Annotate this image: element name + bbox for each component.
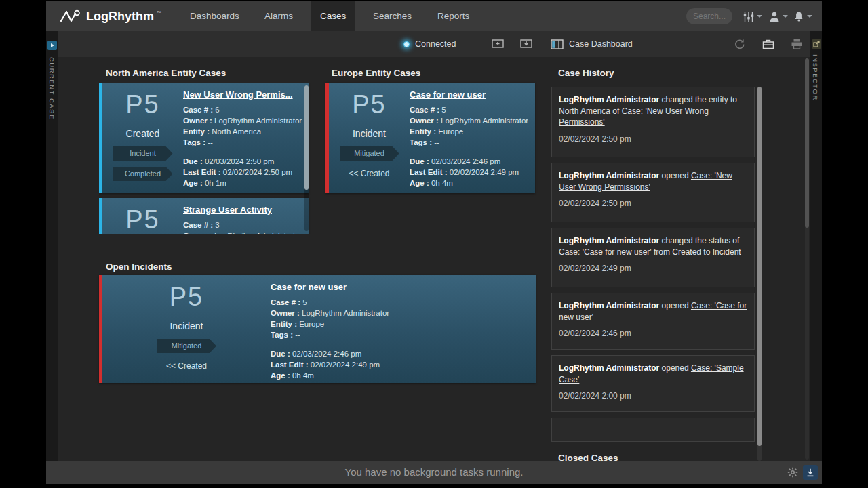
logo-text: LogRhythm <box>86 9 154 24</box>
expand-arrow-icon <box>51 43 54 47</box>
case-tags-field: Tags : -- <box>183 137 302 148</box>
case-last-edit-field: Last Edit : 02/02/2024 2:49 pm <box>410 167 528 178</box>
print-button[interactable] <box>789 37 804 52</box>
case-card-new-user-wrong-permissions[interactable]: P5 Created Incident Completed New User W… <box>99 83 309 193</box>
case-due-field: Due : 02/03/2024 2:46 pm <box>410 156 528 167</box>
gear-icon <box>787 467 798 478</box>
field-value: 0h 1m <box>205 179 226 187</box>
case-number-field: Case # : 5 <box>410 104 528 115</box>
history-action-text: opened <box>659 171 691 180</box>
history-actor: LogRhythm Administrator <box>559 363 659 373</box>
north-america-scrollbar[interactable] <box>304 85 309 231</box>
history-entry-partial[interactable] <box>551 418 755 442</box>
case-card-strange-user-activity[interactable]: P5 Strange User Activity Case # : 3 Owne… <box>99 198 309 234</box>
history-actor: LogRhythm Administrator <box>559 301 659 310</box>
status-change-mitigated-button[interactable]: Mitigated <box>340 146 399 161</box>
chevron-down-icon <box>807 15 812 18</box>
nav-cases[interactable]: Cases <box>311 1 355 31</box>
current-case-tab[interactable]: CURRENT CASE <box>48 57 56 120</box>
field-label: Case # : <box>271 298 300 306</box>
section-header-closed-cases: Closed Cases <box>558 453 618 461</box>
notifications-menu[interactable] <box>793 9 812 23</box>
case-priority: P5 <box>329 89 410 119</box>
filter-sliders-menu[interactable] <box>743 9 762 23</box>
field-label: Due : <box>410 157 429 165</box>
popout-icon <box>813 41 820 47</box>
field-value: 6 <box>215 106 219 114</box>
field-label: Case # : <box>183 106 213 114</box>
case-card-case-for-new-user[interactable]: P5 Incident Mitigated << Created Case fo… <box>326 83 535 193</box>
field-label: Last Edit : <box>271 361 309 369</box>
field-value: 02/03/2024 2:46 pm <box>431 157 500 165</box>
case-card-open-incident[interactable]: P5 Incident Mitigated << Created Case fo… <box>99 275 536 383</box>
inspector-popout-button[interactable] <box>812 39 821 49</box>
status-change-mitigated-button[interactable]: Mitigated <box>157 339 216 353</box>
case-title-link[interactable]: Case for new user <box>410 89 486 100</box>
nav-alarms[interactable]: Alarms <box>255 1 302 31</box>
case-dates: Due : 02/03/2024 2:46 pm Last Edit : 02/… <box>271 348 529 381</box>
dashboard-selector-label: Case Dashboard <box>569 39 633 49</box>
history-entry[interactable]: LogRhythm Administrator opened Case: 'Sa… <box>551 355 755 412</box>
dashboard-selector[interactable]: Case Dashboard <box>551 31 633 57</box>
status-change-completed-button[interactable]: Completed <box>113 167 173 181</box>
expand-current-case-button[interactable] <box>47 41 57 50</box>
download-tasks-button[interactable] <box>803 465 818 480</box>
field-value: Europe <box>438 127 463 136</box>
add-widget-button[interactable] <box>490 37 505 52</box>
case-history-scrollbar[interactable] <box>757 87 762 461</box>
case-title-link[interactable]: Strange User Activity <box>183 205 272 215</box>
case-card-details: Strange User Activity Case # : 3 Owner :… <box>183 203 302 234</box>
case-last-edit-field: Last Edit : 02/02/2024 2:50 pm <box>183 167 302 178</box>
case-priority: P5 <box>102 89 183 119</box>
field-label: Owner : <box>271 309 300 317</box>
history-entry[interactable]: LogRhythm Administrator opened Case: 'Ca… <box>551 293 755 350</box>
scrollbar-thumb[interactable] <box>304 85 309 190</box>
field-value: -- <box>434 138 439 146</box>
inspector-tab[interactable]: INSPECTOR <box>812 54 819 101</box>
field-value: 0h 4m <box>431 179 453 187</box>
refresh-button[interactable] <box>732 37 747 52</box>
history-entry[interactable]: LogRhythm Administrator opened Case: 'Ne… <box>551 163 755 222</box>
case-card-left: P5 Incident Mitigated << Created <box>329 83 410 193</box>
case-tags-field: Tags : -- <box>271 329 529 340</box>
field-label: Due : <box>183 157 203 165</box>
nav-dashboards[interactable]: Dashboards <box>180 1 249 31</box>
nav-reports[interactable]: Reports <box>428 1 479 31</box>
north-america-cases-list[interactable]: P5 Created Incident Completed New User W… <box>99 83 311 234</box>
status-change-incident-button[interactable]: Incident <box>113 146 173 161</box>
history-entry-text: LogRhythm Administrator changed the enti… <box>559 94 747 128</box>
logrhythm-logo[interactable]: LogRhythm ™ <box>60 1 161 31</box>
save-dashboard-button[interactable] <box>519 37 534 52</box>
case-owner-field: Owner : LogRhythm Administrator <box>271 308 529 319</box>
case-owner-field: Owner : LogRhythm Administrator <box>183 115 302 126</box>
history-entry[interactable]: LogRhythm Administrator changed the stat… <box>551 228 755 287</box>
case-title-link[interactable]: New User Wrong Permis... <box>183 89 293 100</box>
history-action-text: opened <box>659 301 691 310</box>
status-back-created-button[interactable]: << Created <box>102 361 271 371</box>
bell-icon <box>793 11 805 22</box>
user-menu[interactable] <box>768 9 788 23</box>
status-back-created-button[interactable]: << Created <box>329 169 410 178</box>
nav-searches[interactable]: Searches <box>363 1 421 31</box>
history-entry-date: 02/02/2024 2:00 pm <box>559 391 747 401</box>
case-status: Incident <box>102 321 271 331</box>
search-input[interactable] <box>686 8 732 24</box>
scrollbar-thumb[interactable] <box>757 87 762 446</box>
settings-button[interactable] <box>787 467 799 479</box>
logrhythm-logo-icon <box>60 9 81 24</box>
field-value: LogRhythm Administrator <box>214 232 302 234</box>
field-value: LogRhythm Administrator <box>214 117 302 125</box>
field-value: 02/03/2024 2:50 pm <box>205 157 274 165</box>
case-management-button[interactable] <box>761 37 776 52</box>
case-dashboard-content: North America Entity Cases P5 Created In… <box>58 57 810 461</box>
section-header-north-america: North America Entity Cases <box>106 68 226 78</box>
case-tags-field: Tags : -- <box>410 137 528 148</box>
field-label: Entity : <box>271 320 297 328</box>
save-dashboard-icon <box>520 39 532 49</box>
main-content-scrollbar[interactable] <box>805 58 809 460</box>
case-title-link[interactable]: Case for new user <box>271 282 347 292</box>
history-entry[interactable]: LogRhythm Administrator changed the enti… <box>551 87 755 157</box>
history-entry-date: 02/02/2024 2:46 pm <box>559 329 747 338</box>
history-entry-date: 02/02/2024 2:50 pm <box>559 134 747 144</box>
scrollbar-thumb[interactable] <box>805 58 809 228</box>
